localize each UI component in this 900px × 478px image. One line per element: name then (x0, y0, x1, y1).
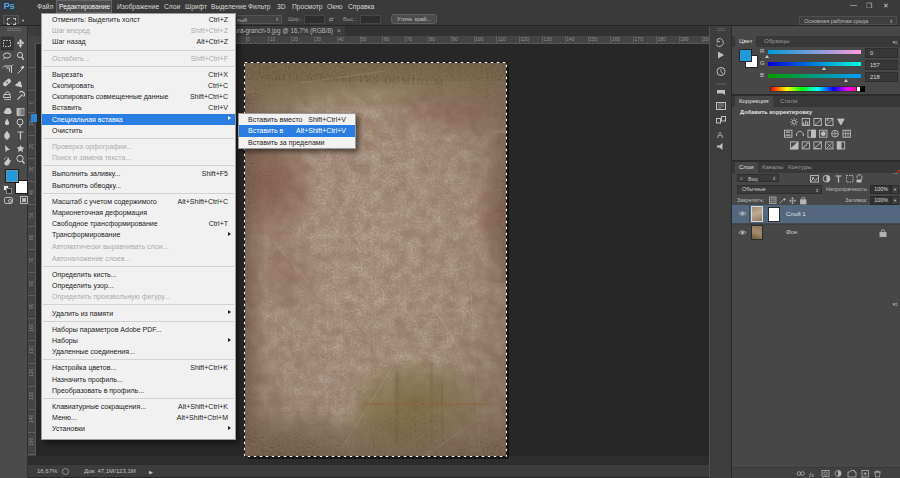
svg-text:A: A (717, 130, 723, 140)
svg-text:fx: fx (809, 470, 815, 478)
